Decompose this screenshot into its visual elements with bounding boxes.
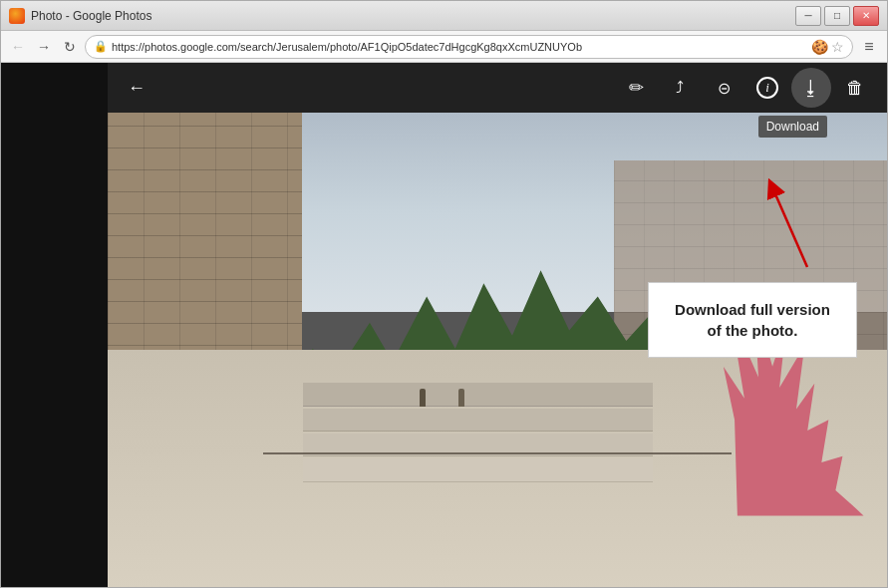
browser-content: ← ✏ ⤴ ⊝ i ⭳ (1, 63, 887, 587)
minimize-button[interactable]: ─ (795, 6, 821, 26)
address-box[interactable]: 🔒 https://photos.google.com/search/Jerus… (85, 35, 853, 59)
photo-area: Download full version of the photo. (108, 113, 887, 587)
share-button[interactable]: ⤴ (660, 68, 700, 108)
step-4 (303, 458, 654, 481)
address-extra-icons: 🍪 ☆ (811, 39, 844, 55)
edit-icon: ✏ (629, 77, 644, 99)
browser-window: Photo - Google Photos ─ □ ✕ ← → ↻ 🔒 http… (0, 0, 888, 588)
browser-menu-button[interactable]: ≡ (857, 35, 881, 59)
toolbar-icons: ✏ ⤴ ⊝ i ⭳ Download (616, 68, 875, 108)
browser-logo-icon (9, 8, 25, 24)
delete-icon: 🗑 (846, 78, 864, 99)
titlebar: Photo - Google Photos ─ □ ✕ (1, 1, 887, 31)
ssl-icon: 🔒 (94, 40, 108, 53)
cookie-icon: 🍪 (811, 39, 828, 55)
photo-toolbar: ← ✏ ⤴ ⊝ i ⭳ (108, 63, 887, 113)
info-button[interactable]: i (747, 68, 787, 108)
figure-2 (458, 389, 464, 407)
info-icon: i (756, 77, 778, 99)
figure-1 (420, 389, 426, 407)
step-1 (303, 383, 654, 406)
step-2 (303, 409, 654, 432)
back-arrow-icon: ← (128, 78, 146, 99)
back-button[interactable]: ← (120, 71, 153, 105)
addressbar: ← → ↻ 🔒 https://photos.google.com/search… (1, 31, 887, 63)
zoom-icon: ⊝ (718, 79, 731, 98)
forward-nav-button[interactable]: → (33, 36, 55, 58)
annotation-box: Download full version of the photo. (648, 282, 857, 358)
refresh-button[interactable]: ↻ (59, 36, 81, 58)
annotation-text: Download full version of the photo. (675, 301, 830, 339)
steps-area (303, 383, 654, 549)
edit-button[interactable]: ✏ (616, 68, 656, 108)
download-icon: ⭳ (801, 77, 821, 100)
maximize-button[interactable]: □ (824, 6, 850, 26)
photo-viewer: ← ✏ ⤴ ⊝ i ⭳ (108, 63, 887, 587)
railing (263, 452, 731, 454)
download-button[interactable]: ⭳ Download (791, 68, 831, 108)
back-nav-button[interactable]: ← (7, 36, 29, 58)
share-icon: ⤴ (676, 79, 684, 97)
close-button[interactable]: ✕ (853, 6, 879, 26)
delete-button[interactable]: 🗑 (835, 68, 875, 108)
zoom-button[interactable]: ⊝ (704, 68, 743, 108)
star-icon[interactable]: ☆ (831, 39, 844, 55)
window-title: Photo - Google Photos (31, 9, 795, 23)
left-sidebar (1, 63, 108, 587)
window-controls: ─ □ ✕ (795, 6, 879, 26)
url-text: https://photos.google.com/search/Jerusal… (112, 41, 582, 53)
